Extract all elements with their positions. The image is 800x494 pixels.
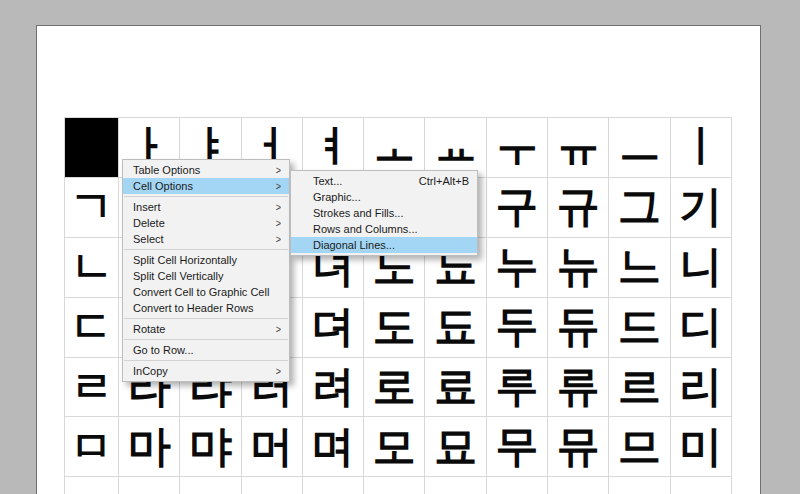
menu-item-go-to-row[interactable]: Go to Row...	[123, 342, 289, 358]
menu-item-insert[interactable]: Insert>	[123, 199, 289, 215]
cell-options-submenu: Text...Ctrl+Alt+BGraphic...Strokes and F…	[290, 170, 478, 256]
syllable-cell[interactable]: 무	[487, 417, 548, 477]
vowel-header-cell[interactable]: ㅗ	[364, 118, 425, 178]
empty-cell[interactable]	[65, 477, 119, 494]
submenu-arrow-icon: >	[276, 323, 281, 335]
menu-item-convert-to-header-rows[interactable]: Convert to Header Rows	[123, 300, 289, 316]
vowel-header-cell[interactable]: ㅕ	[303, 118, 364, 178]
menu-item-graphic[interactable]: Graphic...	[291, 189, 477, 205]
empty-cell[interactable]	[364, 477, 425, 494]
empty-cell[interactable]	[180, 477, 241, 494]
empty-cell[interactable]	[671, 477, 732, 494]
syllable-cell[interactable]: 뉴	[548, 238, 609, 298]
menu-shortcut: Ctrl+Alt+B	[419, 175, 469, 187]
vowel-header-cell[interactable]: ㅛ	[425, 118, 486, 178]
menu-item-split-cell-horizontally[interactable]: Split Cell Horizontally	[123, 252, 289, 268]
syllable-cell[interactable]: 미	[671, 417, 732, 477]
menu-item-label: Rotate	[133, 323, 165, 335]
syllable-cell[interactable]: 루	[487, 358, 548, 418]
menu-item-cell-options[interactable]: Cell Options>	[123, 178, 289, 194]
empty-cell[interactable]	[242, 477, 303, 494]
syllable-cell[interactable]: 구	[487, 178, 548, 238]
submenu-arrow-icon: >	[276, 201, 281, 213]
empty-cell[interactable]	[548, 477, 609, 494]
menu-item-label: Table Options	[133, 164, 200, 176]
menu-item-label: Select	[133, 233, 164, 245]
menu-item-split-cell-vertically[interactable]: Split Cell Vertically	[123, 268, 289, 284]
syllable-cell[interactable]: 뎌	[303, 298, 364, 358]
menu-item-select[interactable]: Select>	[123, 231, 289, 247]
syllable-cell[interactable]: 려	[303, 358, 364, 418]
menu-item-rotate[interactable]: Rotate>	[123, 321, 289, 337]
syllable-cell[interactable]: 르	[609, 358, 670, 418]
menu-item-label: Strokes and Fills...	[313, 207, 403, 219]
menu-item-label: InCopy	[133, 365, 168, 377]
selected-cell[interactable]	[65, 118, 119, 178]
empty-cell[interactable]	[609, 477, 670, 494]
syllable-cell[interactable]: 누	[487, 238, 548, 298]
vowel-header-cell[interactable]: ㅜ	[487, 118, 548, 178]
menu-item-label: Diagonal Lines...	[313, 239, 395, 251]
empty-cell[interactable]	[119, 477, 180, 494]
menu-item-label: Split Cell Vertically	[133, 270, 223, 282]
syllable-cell[interactable]: 뮤	[548, 417, 609, 477]
menu-item-label: Go to Row...	[133, 344, 194, 356]
syllable-cell[interactable]: 로	[364, 358, 425, 418]
syllable-cell[interactable]: 묘	[425, 417, 486, 477]
consonant-cell[interactable]: ㅁ	[65, 417, 119, 477]
syllable-cell[interactable]: 느	[609, 238, 670, 298]
consonant-cell[interactable]: ㄹ	[65, 358, 119, 418]
context-menu: Table Options>Cell Options>Insert>Delete…	[122, 159, 290, 382]
empty-cell[interactable]	[425, 477, 486, 494]
syllable-cell[interactable]: 도	[364, 298, 425, 358]
syllable-cell[interactable]: 며	[303, 417, 364, 477]
submenu-arrow-icon: >	[276, 217, 281, 229]
syllable-cell[interactable]: 류	[548, 358, 609, 418]
syllable-cell[interactable]: 모	[364, 417, 425, 477]
submenu-arrow-icon: >	[276, 365, 281, 377]
menu-item-label: Graphic...	[313, 191, 361, 203]
submenu-arrow-icon: >	[276, 180, 281, 192]
menu-separator	[124, 318, 288, 319]
menu-item-incopy[interactable]: InCopy>	[123, 363, 289, 379]
syllable-cell[interactable]: 규	[548, 178, 609, 238]
menu-separator	[124, 360, 288, 361]
menu-item-label: Delete	[133, 217, 165, 229]
syllable-cell[interactable]: 디	[671, 298, 732, 358]
submenu-arrow-icon: >	[276, 233, 281, 245]
menu-item-label: Convert to Header Rows	[133, 302, 253, 314]
syllable-cell[interactable]: 리	[671, 358, 732, 418]
syllable-cell[interactable]: 마	[119, 417, 180, 477]
menu-item-delete[interactable]: Delete>	[123, 215, 289, 231]
syllable-cell[interactable]: 두	[487, 298, 548, 358]
consonant-cell[interactable]: ㄴ	[65, 238, 119, 298]
vowel-header-cell[interactable]: ㅠ	[548, 118, 609, 178]
syllable-cell[interactable]: 기	[671, 178, 732, 238]
syllable-cell[interactable]: 먀	[180, 417, 241, 477]
empty-cell[interactable]	[487, 477, 548, 494]
menu-item-text[interactable]: Text...Ctrl+Alt+B	[291, 173, 477, 189]
empty-cell[interactable]	[303, 477, 364, 494]
menu-item-label: Split Cell Horizontally	[133, 254, 237, 266]
syllable-cell[interactable]: 머	[242, 417, 303, 477]
menu-separator	[124, 249, 288, 250]
menu-item-label: Convert Cell to Graphic Cell	[133, 286, 269, 298]
syllable-cell[interactable]: 므	[609, 417, 670, 477]
menu-item-rows-and-columns[interactable]: Rows and Columns...	[291, 221, 477, 237]
syllable-cell[interactable]: 듀	[548, 298, 609, 358]
menu-item-strokes-and-fills[interactable]: Strokes and Fills...	[291, 205, 477, 221]
syllable-cell[interactable]: 됴	[425, 298, 486, 358]
menu-item-label: Rows and Columns...	[313, 223, 418, 235]
menu-item-label: Insert	[133, 201, 161, 213]
vowel-header-cell[interactable]: ㅣ	[671, 118, 732, 178]
consonant-cell[interactable]: ㄱ	[65, 178, 119, 238]
menu-item-table-options[interactable]: Table Options>	[123, 162, 289, 178]
menu-item-diagonal-lines[interactable]: Diagonal Lines...	[291, 237, 477, 253]
syllable-cell[interactable]: 드	[609, 298, 670, 358]
consonant-cell[interactable]: ㄷ	[65, 298, 119, 358]
menu-item-convert-cell-to-graphic-cell[interactable]: Convert Cell to Graphic Cell	[123, 284, 289, 300]
syllable-cell[interactable]: 료	[425, 358, 486, 418]
vowel-header-cell[interactable]: ㅡ	[609, 118, 670, 178]
syllable-cell[interactable]: 니	[671, 238, 732, 298]
syllable-cell[interactable]: 그	[609, 178, 670, 238]
